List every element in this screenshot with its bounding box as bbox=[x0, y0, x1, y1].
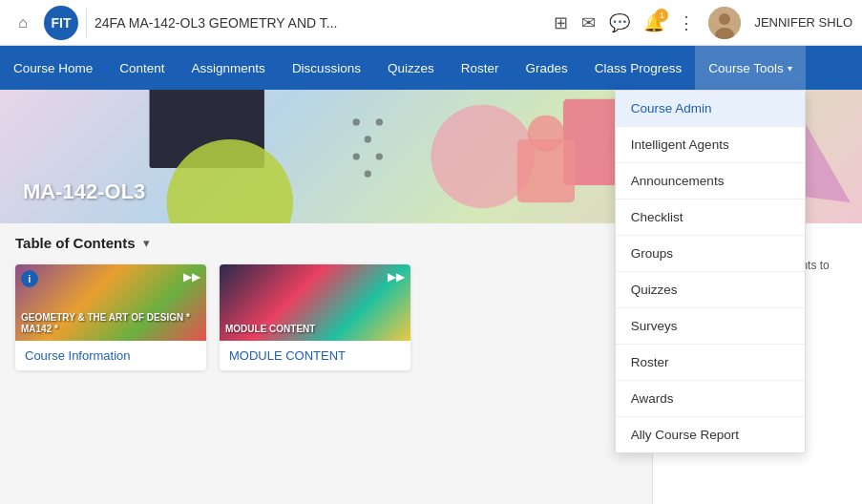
avatar[interactable] bbox=[708, 7, 741, 39]
course-title: 24FA MA-142-OL3 GEOMETRY AND T... bbox=[95, 15, 546, 31]
dropdown-item-course-admin[interactable]: Course Admin bbox=[616, 91, 805, 127]
card-link-2[interactable]: MODULE CONTENT bbox=[229, 348, 401, 363]
course-tools-dropdown-trigger[interactable]: Course Tools ▾ bbox=[708, 61, 792, 75]
grid-icon[interactable]: ⊞ bbox=[554, 12, 568, 33]
dropdown-item-roster[interactable]: Roster bbox=[616, 345, 805, 381]
top-bar-icons: ⊞ ✉ 💬 🔔 1 ⋮ JENNIFER SHLO bbox=[554, 7, 852, 39]
dropdown-item-awards[interactable]: Awards bbox=[616, 381, 805, 417]
home-icon[interactable]: ⌂ bbox=[10, 10, 36, 36]
nav-item-course-tools[interactable]: Course Tools ▾ Course Admin Intelligent … bbox=[695, 46, 806, 90]
card-thumbnail-2: ▶▶ MODULE CONTENT bbox=[220, 264, 410, 341]
card-thumb-label-1: GEOMETRY & THE ART OF DESIGN * MA142 * bbox=[21, 312, 200, 335]
dropdown-item-checklist[interactable]: Checklist bbox=[616, 200, 805, 236]
card-thumb-overlay-2: MODULE CONTENT bbox=[220, 264, 410, 341]
dropdown-item-intelligent-agents[interactable]: Intelligent Agents bbox=[616, 127, 805, 163]
notification-badge: 1 bbox=[655, 9, 668, 22]
svg-point-1 bbox=[719, 13, 730, 25]
card-thumb-label-2: MODULE CONTENT bbox=[225, 324, 315, 335]
mail-icon[interactable]: ✉ bbox=[581, 12, 596, 33]
nav-item-assignments[interactable]: Assignments bbox=[179, 46, 279, 90]
dropdown-item-announcements[interactable]: Announcements bbox=[616, 163, 805, 200]
svg-point-11 bbox=[353, 153, 360, 159]
nav-bar: Course Home Content Assignments Discussi… bbox=[0, 46, 862, 90]
nav-item-quizzes[interactable]: Quizzes bbox=[374, 46, 448, 90]
left-panel: Table of Contents ▾ i ▶▶ GEOMETRY & THE … bbox=[0, 223, 652, 504]
toc-title: Table of Contents bbox=[15, 235, 136, 251]
svg-point-9 bbox=[365, 136, 371, 142]
notification-icon[interactable]: 🔔 1 bbox=[643, 12, 664, 33]
nav-item-discussions[interactable]: Discussions bbox=[279, 46, 374, 90]
card-thumb-overlay-1: GEOMETRY & THE ART OF DESIGN * MA142 * bbox=[15, 264, 206, 341]
svg-point-15 bbox=[528, 116, 565, 153]
svg-point-12 bbox=[376, 153, 383, 159]
fit-logo[interactable]: FIT bbox=[44, 6, 78, 40]
card-module-content[interactable]: ▶▶ MODULE CONTENT MODULE CONTENT bbox=[220, 264, 410, 370]
card-body-1: Course Information bbox=[15, 341, 206, 370]
card-thumbnail-1: i ▶▶ GEOMETRY & THE ART OF DESIGN * MA14… bbox=[15, 264, 206, 341]
user-name[interactable]: JENNIFER SHLO bbox=[754, 15, 852, 30]
dropdown-item-quizzes[interactable]: Quizzes bbox=[616, 272, 805, 308]
dropdown-arrow-icon: ▾ bbox=[788, 63, 792, 74]
card-course-information[interactable]: i ▶▶ GEOMETRY & THE ART OF DESIGN * MA14… bbox=[15, 264, 206, 370]
dropdown-item-ally-course-report[interactable]: Ally Course Report bbox=[616, 417, 805, 452]
card-link-1[interactable]: Course Information bbox=[25, 348, 197, 363]
nav-item-course-home[interactable]: Course Home bbox=[0, 46, 106, 90]
divider bbox=[86, 9, 87, 37]
nav-item-content[interactable]: Content bbox=[106, 46, 178, 90]
dropdown-item-groups[interactable]: Groups bbox=[616, 236, 805, 272]
nav-item-roster[interactable]: Roster bbox=[448, 46, 513, 90]
toc-header: Table of Contents ▾ bbox=[15, 235, 637, 251]
hero-course-code: MA-142-OL3 bbox=[23, 179, 145, 204]
course-tools-dropdown: Course Admin Intelligent Agents Announce… bbox=[615, 90, 806, 453]
cards-row: i ▶▶ GEOMETRY & THE ART OF DESIGN * MA14… bbox=[15, 264, 637, 370]
svg-point-10 bbox=[376, 118, 383, 125]
nav-item-grades[interactable]: Grades bbox=[512, 46, 580, 90]
chat-icon[interactable]: 💬 bbox=[609, 12, 630, 33]
card-body-2: MODULE CONTENT bbox=[220, 341, 410, 370]
dropdown-item-surveys[interactable]: Surveys bbox=[616, 308, 805, 345]
top-bar: ⌂ FIT 24FA MA-142-OL3 GEOMETRY AND T... … bbox=[0, 0, 862, 46]
svg-point-8 bbox=[353, 118, 360, 125]
toc-chevron-icon[interactable]: ▾ bbox=[143, 236, 150, 250]
more-icon[interactable]: ⋮ bbox=[678, 12, 695, 33]
svg-point-13 bbox=[365, 170, 371, 177]
nav-item-class-progress[interactable]: Class Progress bbox=[581, 46, 696, 90]
